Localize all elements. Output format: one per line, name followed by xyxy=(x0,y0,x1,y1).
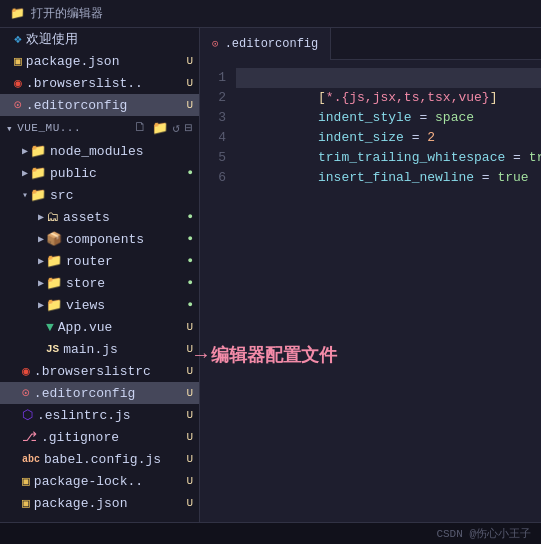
footer-text: CSDN @伤心小王子 xyxy=(436,528,531,540)
refresh-icon[interactable]: ↺ xyxy=(172,120,180,136)
editor-tab-bar: ⊙ .editorconfig xyxy=(200,28,541,60)
chevron-router-icon: ▶ xyxy=(38,255,44,267)
collapse-icon[interactable]: ⊟ xyxy=(185,120,193,136)
new-file-icon[interactable]: 🗋 xyxy=(134,120,148,136)
sidebar-item-welcome[interactable]: ❖ 欢迎使用 xyxy=(0,28,199,50)
folder-icon: 📁 xyxy=(10,6,25,21)
sidebar-item-store[interactable]: ▶ 📁 store ● xyxy=(0,272,199,294)
tab-icon: ⊙ xyxy=(212,37,219,50)
git-icon: ⎇ xyxy=(22,429,37,445)
browserslist-icon: ◉ xyxy=(14,75,22,91)
sidebar-item-eslintrc[interactable]: ⬡ .eslintrc.js U xyxy=(0,404,199,426)
chevron-views-icon: ▶ xyxy=(38,299,44,311)
sidebar-item-editorconfig-open[interactable]: ⊙ .editorconfig U xyxy=(0,94,199,116)
folder-store-icon: 📁 xyxy=(46,275,62,291)
top-bar: 📁 打开的编辑器 xyxy=(0,0,541,28)
chevron-store-icon: ▶ xyxy=(38,277,44,289)
sidebar-item-editorconfig[interactable]: ⊙ .editorconfig U xyxy=(0,382,199,404)
section-header: ▾ VUE_MU... 🗋 📁 ↺ ⊟ xyxy=(0,116,199,140)
folder-public-icon: 📁 xyxy=(30,165,46,181)
sidebar-item-package-lock[interactable]: ▣ package-lock.. U xyxy=(0,470,199,492)
new-folder-icon[interactable]: 📁 xyxy=(152,120,169,136)
js-icon: JS xyxy=(46,343,59,355)
sidebar-item-browserslist-open[interactable]: ◉ .browserslist.. U xyxy=(0,72,199,94)
sidebar-item-package-json-open[interactable]: ▣ package.json U xyxy=(0,50,199,72)
sidebar-item-views[interactable]: ▶ 📁 views ● xyxy=(0,294,199,316)
folder-router-icon: 📁 xyxy=(46,253,62,269)
package-json-icon: ▣ xyxy=(14,53,22,69)
sidebar-item-gitignore[interactable]: ⎇ .gitignore U xyxy=(0,426,199,448)
chevron-closed-icon: ▶ xyxy=(22,145,28,157)
tab-label: .editorconfig xyxy=(225,37,319,51)
folder-views-icon: 📁 xyxy=(46,297,62,313)
package-json3-icon: ▣ xyxy=(22,495,30,511)
editorconfig-icon: ⊙ xyxy=(14,97,22,113)
editorconfig2-icon: ⊙ xyxy=(22,385,30,401)
package-lock-icon: ▣ xyxy=(22,473,30,489)
sidebar-item-components[interactable]: ▶ 📦 components ● xyxy=(0,228,199,250)
footer: CSDN @伤心小王子 xyxy=(0,522,541,544)
sidebar-item-assets[interactable]: ▶ 🗂 assets ● xyxy=(0,206,199,228)
sidebar-item-public[interactable]: ▶ 📁 public ● xyxy=(0,162,199,184)
sidebar-item-browserslistrc[interactable]: ◉ .browserslistrc U xyxy=(0,360,199,382)
folder-components-icon: 📦 xyxy=(46,231,62,247)
sidebar-item-package-json[interactable]: ▣ package.json U xyxy=(0,492,199,514)
sidebar-item-src[interactable]: ▾ 📁 src xyxy=(0,184,199,206)
editor-content: 1 2 3 4 5 6 [*.{js,jsx,ts,tsx,vue}] inde… xyxy=(200,60,541,522)
section-label: VUE_MU... xyxy=(17,122,81,134)
eslint-icon: ⬡ xyxy=(22,407,33,423)
editor-area: ⊙ .editorconfig 1 2 3 4 5 6 [*.{js,jsx,t… xyxy=(200,28,541,522)
top-bar-label: 打开的编辑器 xyxy=(31,5,103,22)
chevron-src-icon: ▾ xyxy=(22,189,28,201)
line-numbers: 1 2 3 4 5 6 xyxy=(200,68,236,514)
folder-src-icon: 📁 xyxy=(30,187,46,203)
chevron-assets-icon: ▶ xyxy=(38,211,44,223)
folder-node-icon: 📁 xyxy=(30,143,46,159)
sidebar: ❖ 欢迎使用 ▣ package.json U ◉ .browserslist.… xyxy=(0,28,200,522)
folder-assets-icon: 🗂 xyxy=(46,210,59,225)
sidebar-item-app-vue[interactable]: ▼ App.vue U xyxy=(0,316,199,338)
code-lines: [*.{js,jsx,ts,tsx,vue}] indent_style = s… xyxy=(236,68,541,514)
chevron-components-icon: ▶ xyxy=(38,233,44,245)
vue-icon: ▼ xyxy=(46,320,54,335)
sidebar-item-babel[interactable]: abc babel.config.js U xyxy=(0,448,199,470)
sidebar-item-router[interactable]: ▶ 📁 router ● xyxy=(0,250,199,272)
sidebar-item-node-modules[interactable]: ▶ 📁 node_modules xyxy=(0,140,199,162)
vscode-icon: ❖ xyxy=(14,31,22,47)
code-line-1: [*.{js,jsx,ts,tsx,vue}] xyxy=(236,68,541,88)
editor-tab-editorconfig[interactable]: ⊙ .editorconfig xyxy=(200,28,331,60)
section-actions: 🗋 📁 ↺ ⊟ xyxy=(134,120,193,136)
browserslistrc-icon: ◉ xyxy=(22,363,30,379)
babel-icon: abc xyxy=(22,454,40,465)
sidebar-item-main-js[interactable]: JS main.js U xyxy=(0,338,199,360)
chevron-public-icon: ▶ xyxy=(22,167,28,179)
chevron-icon: ▾ xyxy=(6,122,13,135)
